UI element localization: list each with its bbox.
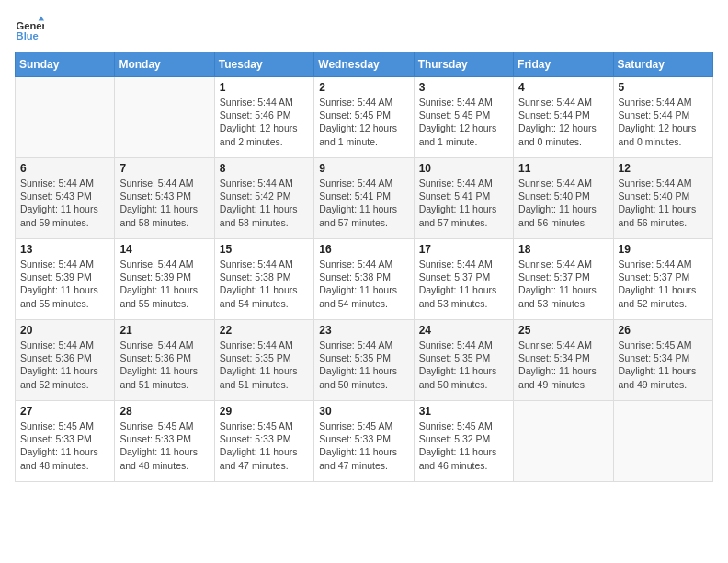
calendar-table: SundayMondayTuesdayWednesdayThursdayFrid… <box>15 52 713 482</box>
svg-text:General: General <box>17 20 44 31</box>
calendar-cell: 24Sunrise: 5:44 AM Sunset: 5:35 PM Dayli… <box>414 320 513 401</box>
calendar-cell: 19Sunrise: 5:44 AM Sunset: 5:37 PM Dayli… <box>613 239 712 320</box>
calendar-cell: 7Sunrise: 5:44 AM Sunset: 5:43 PM Daylig… <box>115 158 214 239</box>
calendar-week-2: 6Sunrise: 5:44 AM Sunset: 5:43 PM Daylig… <box>16 158 713 239</box>
calendar-cell <box>115 77 214 158</box>
page-header: General Blue <box>15 15 713 44</box>
day-info: Sunrise: 5:44 AM Sunset: 5:38 PM Dayligh… <box>319 258 408 310</box>
calendar-cell: 18Sunrise: 5:44 AM Sunset: 5:37 PM Dayli… <box>514 239 613 320</box>
day-number: 24 <box>419 324 508 337</box>
day-number: 1 <box>220 81 309 94</box>
weekday-header-friday: Friday <box>514 52 613 77</box>
weekday-header-monday: Monday <box>115 52 214 77</box>
day-info: Sunrise: 5:45 AM Sunset: 5:33 PM Dayligh… <box>220 419 309 472</box>
svg-text:Blue: Blue <box>17 30 39 41</box>
day-info: Sunrise: 5:44 AM Sunset: 5:45 PM Dayligh… <box>319 96 408 148</box>
day-number: 27 <box>20 405 109 418</box>
svg-marker-2 <box>39 17 44 21</box>
calendar-cell: 31Sunrise: 5:45 AM Sunset: 5:32 PM Dayli… <box>414 401 513 482</box>
day-info: Sunrise: 5:45 AM Sunset: 5:33 PM Dayligh… <box>319 419 408 472</box>
calendar-cell: 3Sunrise: 5:44 AM Sunset: 5:45 PM Daylig… <box>414 77 513 158</box>
calendar-cell: 17Sunrise: 5:44 AM Sunset: 5:37 PM Dayli… <box>414 239 513 320</box>
calendar-cell: 14Sunrise: 5:44 AM Sunset: 5:39 PM Dayli… <box>115 239 214 320</box>
calendar-week-1: 1Sunrise: 5:44 AM Sunset: 5:46 PM Daylig… <box>16 77 713 158</box>
weekday-header-tuesday: Tuesday <box>214 52 313 77</box>
day-number: 11 <box>518 162 608 175</box>
calendar-cell: 6Sunrise: 5:44 AM Sunset: 5:43 PM Daylig… <box>16 158 115 239</box>
weekday-header-wednesday: Wednesday <box>314 52 414 77</box>
day-number: 28 <box>119 405 209 418</box>
calendar-week-5: 27Sunrise: 5:45 AM Sunset: 5:33 PM Dayli… <box>16 401 713 482</box>
day-info: Sunrise: 5:44 AM Sunset: 5:38 PM Dayligh… <box>220 258 309 310</box>
day-info: Sunrise: 5:44 AM Sunset: 5:41 PM Dayligh… <box>419 177 508 229</box>
day-info: Sunrise: 5:44 AM Sunset: 5:40 PM Dayligh… <box>619 177 708 229</box>
calendar-cell: 27Sunrise: 5:45 AM Sunset: 5:33 PM Dayli… <box>16 401 115 482</box>
calendar-cell: 20Sunrise: 5:44 AM Sunset: 5:36 PM Dayli… <box>16 320 115 401</box>
calendar-cell: 5Sunrise: 5:44 AM Sunset: 5:44 PM Daylig… <box>613 77 712 158</box>
day-number: 16 <box>319 243 408 256</box>
calendar-cell: 8Sunrise: 5:44 AM Sunset: 5:42 PM Daylig… <box>214 158 313 239</box>
day-info: Sunrise: 5:44 AM Sunset: 5:34 PM Dayligh… <box>518 339 608 391</box>
day-number: 8 <box>220 162 309 175</box>
calendar-cell: 1Sunrise: 5:44 AM Sunset: 5:46 PM Daylig… <box>214 77 313 158</box>
day-number: 30 <box>319 405 408 418</box>
calendar-cell: 11Sunrise: 5:44 AM Sunset: 5:40 PM Dayli… <box>514 158 613 239</box>
day-number: 13 <box>20 243 109 256</box>
logo: General Blue <box>15 15 44 44</box>
day-number: 31 <box>419 405 508 418</box>
day-info: Sunrise: 5:45 AM Sunset: 5:32 PM Dayligh… <box>419 419 508 472</box>
day-number: 19 <box>619 243 708 256</box>
calendar-week-3: 13Sunrise: 5:44 AM Sunset: 5:39 PM Dayli… <box>16 239 713 320</box>
calendar-cell: 22Sunrise: 5:44 AM Sunset: 5:35 PM Dayli… <box>214 320 313 401</box>
calendar-cell: 26Sunrise: 5:45 AM Sunset: 5:34 PM Dayli… <box>613 320 712 401</box>
day-number: 15 <box>220 243 309 256</box>
day-info: Sunrise: 5:44 AM Sunset: 5:37 PM Dayligh… <box>518 258 608 310</box>
calendar-cell <box>613 401 712 482</box>
day-info: Sunrise: 5:45 AM Sunset: 5:34 PM Dayligh… <box>619 339 708 391</box>
day-info: Sunrise: 5:44 AM Sunset: 5:43 PM Dayligh… <box>20 177 109 229</box>
day-info: Sunrise: 5:45 AM Sunset: 5:33 PM Dayligh… <box>20 419 109 472</box>
calendar-cell: 29Sunrise: 5:45 AM Sunset: 5:33 PM Dayli… <box>214 401 313 482</box>
calendar-cell: 23Sunrise: 5:44 AM Sunset: 5:35 PM Dayli… <box>314 320 414 401</box>
day-number: 23 <box>319 324 408 337</box>
calendar-cell: 9Sunrise: 5:44 AM Sunset: 5:41 PM Daylig… <box>314 158 414 239</box>
day-info: Sunrise: 5:44 AM Sunset: 5:40 PM Dayligh… <box>518 177 608 229</box>
calendar-cell: 16Sunrise: 5:44 AM Sunset: 5:38 PM Dayli… <box>314 239 414 320</box>
day-number: 7 <box>119 162 209 175</box>
day-info: Sunrise: 5:45 AM Sunset: 5:33 PM Dayligh… <box>119 419 209 472</box>
weekday-header-thursday: Thursday <box>414 52 513 77</box>
calendar-cell: 4Sunrise: 5:44 AM Sunset: 5:44 PM Daylig… <box>514 77 613 158</box>
day-info: Sunrise: 5:44 AM Sunset: 5:35 PM Dayligh… <box>419 339 508 391</box>
calendar-cell: 12Sunrise: 5:44 AM Sunset: 5:40 PM Dayli… <box>613 158 712 239</box>
day-info: Sunrise: 5:44 AM Sunset: 5:44 PM Dayligh… <box>619 96 708 148</box>
day-number: 10 <box>419 162 508 175</box>
day-info: Sunrise: 5:44 AM Sunset: 5:35 PM Dayligh… <box>319 339 408 391</box>
calendar-cell <box>514 401 613 482</box>
calendar-cell: 13Sunrise: 5:44 AM Sunset: 5:39 PM Dayli… <box>16 239 115 320</box>
calendar-cell: 21Sunrise: 5:44 AM Sunset: 5:36 PM Dayli… <box>115 320 214 401</box>
day-number: 25 <box>518 324 608 337</box>
day-info: Sunrise: 5:44 AM Sunset: 5:45 PM Dayligh… <box>419 96 508 148</box>
day-number: 18 <box>518 243 608 256</box>
day-number: 17 <box>419 243 508 256</box>
day-number: 20 <box>20 324 109 337</box>
day-info: Sunrise: 5:44 AM Sunset: 5:46 PM Dayligh… <box>220 96 309 148</box>
calendar-week-4: 20Sunrise: 5:44 AM Sunset: 5:36 PM Dayli… <box>16 320 713 401</box>
day-number: 3 <box>419 81 508 94</box>
day-info: Sunrise: 5:44 AM Sunset: 5:41 PM Dayligh… <box>319 177 408 229</box>
day-number: 26 <box>619 324 708 337</box>
day-info: Sunrise: 5:44 AM Sunset: 5:39 PM Dayligh… <box>119 258 209 310</box>
day-info: Sunrise: 5:44 AM Sunset: 5:37 PM Dayligh… <box>419 258 508 310</box>
day-info: Sunrise: 5:44 AM Sunset: 5:37 PM Dayligh… <box>619 258 708 310</box>
day-number: 14 <box>119 243 209 256</box>
day-number: 29 <box>220 405 309 418</box>
day-number: 6 <box>20 162 109 175</box>
calendar-cell: 25Sunrise: 5:44 AM Sunset: 5:34 PM Dayli… <box>514 320 613 401</box>
day-number: 9 <box>319 162 408 175</box>
weekday-header-saturday: Saturday <box>613 52 712 77</box>
logo-icon: General Blue <box>15 15 44 44</box>
day-info: Sunrise: 5:44 AM Sunset: 5:39 PM Dayligh… <box>20 258 109 310</box>
day-info: Sunrise: 5:44 AM Sunset: 5:43 PM Dayligh… <box>119 177 209 229</box>
day-number: 12 <box>619 162 708 175</box>
calendar-cell: 10Sunrise: 5:44 AM Sunset: 5:41 PM Dayli… <box>414 158 513 239</box>
